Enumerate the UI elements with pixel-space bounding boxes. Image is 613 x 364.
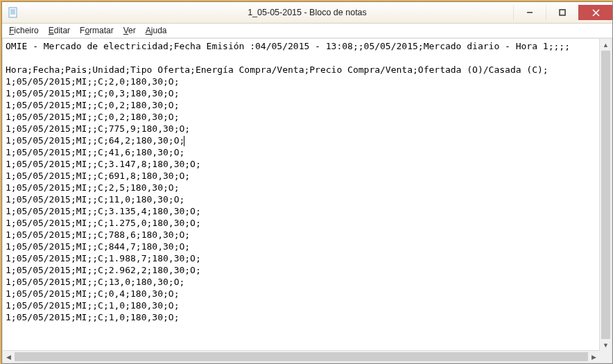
- svg-rect-6: [560, 10, 565, 15]
- horizontal-scroll-track[interactable]: [15, 351, 588, 363]
- horizontal-scrollbar[interactable]: ◀ ▶: [3, 350, 600, 363]
- menu-editar[interactable]: Editar: [44, 25, 74, 36]
- notepad-app-icon: [8, 7, 19, 18]
- titlebar[interactable]: 1_05-05-2015 - Bloco de notas: [2, 2, 612, 24]
- notepad-window: 1_05-05-2015 - Bloco de notas Ficheiro E…: [1, 1, 613, 364]
- vertical-scroll-track[interactable]: [600, 51, 612, 339]
- menu-formatar[interactable]: Formatar: [76, 25, 118, 36]
- minimize-button[interactable]: [513, 5, 546, 20]
- window-controls: [513, 5, 612, 20]
- menubar: Ficheiro Editar Formatar Ver Ajuda: [2, 24, 612, 38]
- editor-area: OMIE - Mercado de electricidad;Fecha Emi…: [2, 38, 612, 363]
- maximize-button[interactable]: [546, 5, 578, 20]
- menu-ficheiro[interactable]: Ficheiro: [5, 25, 43, 36]
- close-button[interactable]: [578, 5, 612, 20]
- scroll-corner: [600, 351, 612, 363]
- scroll-down-button[interactable]: ▼: [600, 339, 612, 351]
- scroll-up-button[interactable]: ▲: [600, 39, 612, 51]
- scroll-right-button[interactable]: ▶: [588, 351, 600, 363]
- scroll-left-button[interactable]: ◀: [3, 351, 15, 363]
- text-caret: [184, 136, 184, 146]
- horizontal-scroll-thumb[interactable]: [15, 352, 588, 361]
- text-content[interactable]: OMIE - Mercado de electricidad;Fecha Emi…: [3, 39, 600, 351]
- menu-ver[interactable]: Ver: [119, 25, 140, 36]
- menu-ajuda[interactable]: Ajuda: [141, 25, 171, 36]
- vertical-scroll-thumb[interactable]: [601, 51, 610, 339]
- vertical-scrollbar[interactable]: ▲ ▼: [599, 39, 612, 351]
